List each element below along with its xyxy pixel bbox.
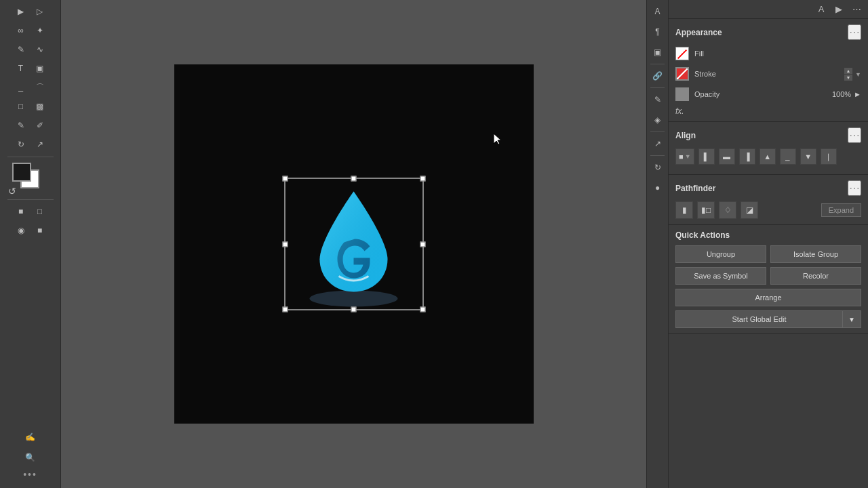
pathfinder-more[interactable]: ⋯ [848,180,861,196]
fx-label[interactable]: fx. [675,106,684,116]
toolbar-divider [7,157,54,157]
fill-color-swatch[interactable] [12,163,31,182]
align-bottom[interactable]: ▼ [800,148,816,165]
expand-btn[interactable]: Expand [821,203,861,217]
more-tools[interactable]: ••• [23,469,37,480]
right-panel: A ▶ ⋯ Appearance ⋯ Fill Stroke ▲ [668,0,868,488]
align-left[interactable]: ▌ [698,148,715,165]
paintbrush-tool[interactable]: ✎ [12,117,30,134]
strip-divider-2 [650,87,665,88]
lasso-tool[interactable]: ∞ [12,22,30,39]
strip-divider-4 [650,155,665,156]
pf-intersect[interactable]: ♢ [719,201,736,219]
panel-icon-2[interactable]: ▶ [831,2,846,17]
opacity-value[interactable]: 100% [832,90,851,98]
align-target-dropdown[interactable]: ■ ▼ [675,148,694,165]
stroke-up[interactable]: ▲ [844,68,852,74]
magic-wand-tool[interactable]: ✦ [31,22,49,39]
strip-btn-brush[interactable]: ✎ [649,91,667,108]
fill-row: Fill [675,45,861,62]
pathfinder-title: Pathfinder [675,184,715,193]
align-title: Align [675,131,696,140]
align-header: Align ⋯ [675,127,861,143]
direct-select-tool[interactable]: ▷ [31,3,49,20]
stroke-stepper[interactable]: ▲ ▼ [844,68,852,81]
panel-mini-toolbar: A ▶ ⋯ [669,0,868,19]
stroke-swatch[interactable] [675,67,689,81]
strip-btn-export[interactable]: ↗ [649,135,667,152]
quick-actions-grid: Ungroup Isolate Group Save as Symbol Rec… [675,245,861,328]
align-top[interactable]: ▲ [760,148,776,165]
pathfinder-section: Pathfinder ⋯ ▮ ▮□ ♢ ◪ Expand [669,175,868,225]
strip-btn-sync[interactable]: ↻ [649,159,667,176]
align-right[interactable]: ▐ [739,148,755,165]
toolbar-divider-2 [7,199,54,200]
pf-unite[interactable]: ▮ [675,201,693,219]
save-as-symbol-button[interactable]: Save as Symbol [675,267,766,285]
blur-tool[interactable]: ◉ [12,222,30,239]
pf-exclude[interactable]: ◪ [741,201,758,219]
stroke-label: Stroke [694,70,839,78]
scale-tool[interactable]: ↗ [31,136,49,153]
align-dropdown-arrow: ▼ [685,153,691,160]
canvas-area [61,0,646,488]
rect-tool[interactable]: □ [12,98,30,115]
isolate-group-button[interactable]: Isolate Group [770,245,861,263]
area-type-tool[interactable]: ▣ [31,60,49,77]
opacity-arrow[interactable]: ► [854,90,861,98]
strip-btn-type[interactable]: A [649,3,667,20]
screen-mode-2[interactable]: □ [31,203,49,220]
pathfinder-header: Pathfinder ⋯ [675,180,861,196]
appearance-more[interactable]: ⋯ [848,24,861,40]
left-toolbar: ▶ ▷ ∞ ✦ ✎ ∿ T ▣ ⎯ ⌒ □ ▩ ✎ ✐ ↻ ↗ [0,0,61,488]
align-center-v[interactable]: ⎯ [780,148,796,165]
align-target-icon: ■ [679,152,684,161]
canvas-right-strip: A ¶ ▣ 🔗 ✎ ◈ ↗ ↻ ● [646,0,668,488]
color-reset-icon[interactable]: ↺ [8,186,16,197]
strip-btn-circle[interactable]: ● [649,179,667,197]
strip-btn-glyph[interactable]: ▣ [649,43,667,61]
strip-btn-link[interactable]: 🔗 [649,67,667,85]
logo-svg [284,178,423,310]
pf-minus-front[interactable]: ▮□ [697,201,715,219]
recolor-button[interactable]: Recolor [770,267,861,285]
global-edit-dropdown[interactable]: ▼ [842,310,861,328]
fx-row: fx. [675,106,861,116]
color-area: ↺ [7,163,54,197]
start-global-edit-button[interactable]: Start Global Edit [675,310,842,328]
appearance-header: Appearance ⋯ [675,24,861,40]
chart-tool[interactable]: ▩ [31,98,49,115]
panel-more-btn[interactable]: ⋯ [849,2,864,17]
align-center-h[interactable]: ▬ [719,148,735,165]
ungroup-button[interactable]: Ungroup [675,245,766,263]
strip-divider-3 [650,131,665,132]
type-tool[interactable]: T [12,60,30,77]
rotate-tool[interactable]: ↻ [12,136,30,153]
hand-tool[interactable]: ✍ [22,428,39,446]
align-distribute[interactable]: ❘ [821,148,837,165]
select-tool[interactable]: ▶ [12,3,30,20]
align-section: Align ⋯ ■ ▼ ▌ ▬ ▐ ▲ ⎯ ▼ ❘ [669,122,868,175]
line-tool[interactable]: ⎯ [12,79,30,96]
pen-tool[interactable]: ✎ [12,41,30,58]
screen-mode-1[interactable]: ■ [12,203,30,220]
quick-actions-title: Quick Actions [675,230,730,240]
global-edit-row: Start Global Edit ▼ [675,310,861,328]
curvature-tool[interactable]: ∿ [31,41,49,58]
panel-menu-icon[interactable]: A [814,2,829,17]
screen-mode-3[interactable]: ■ [31,222,49,239]
pathfinder-row: ▮ ▮□ ♢ ◪ Expand [675,201,861,219]
arc-tool[interactable]: ⌒ [31,79,49,96]
align-more[interactable]: ⋯ [848,127,861,143]
pencil-tool[interactable]: ✐ [31,117,49,134]
strip-btn-para[interactable]: ¶ [649,23,667,41]
arrange-button[interactable]: Arrange [675,289,861,306]
stroke-dropdown-btn[interactable]: ▼ [855,70,861,78]
selected-group[interactable] [284,178,423,310]
zoom-tool[interactable]: 🔍 [22,449,39,466]
fill-swatch[interactable] [675,47,689,60]
strip-btn-graphic[interactable]: ◈ [649,111,667,129]
quick-actions-section: Quick Actions Ungroup Isolate Group Save… [669,225,868,334]
opacity-label: Opacity [694,90,827,98]
stroke-down[interactable]: ▼ [844,75,852,81]
